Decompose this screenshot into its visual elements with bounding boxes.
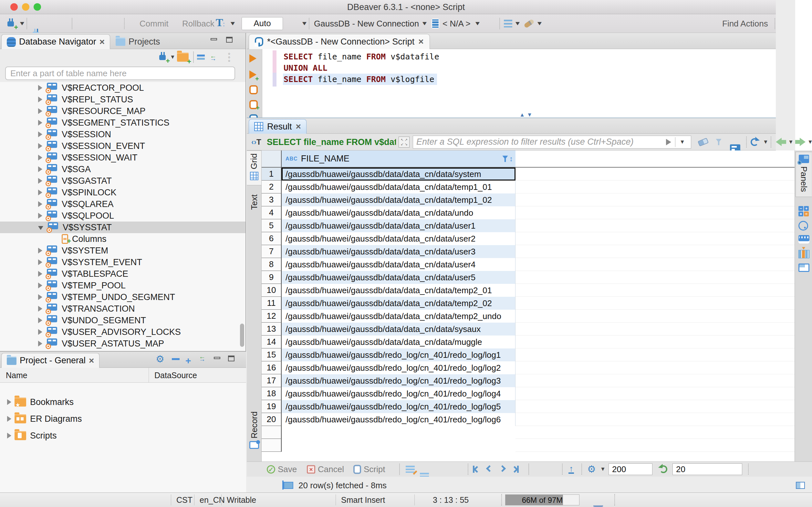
schema-selector[interactable]: < N/A > bbox=[442, 18, 471, 29]
filter-history-dropdown-icon[interactable]: ▼ bbox=[680, 139, 685, 145]
expand-all-icon[interactable]: + bbox=[185, 355, 191, 366]
column-sort-icon[interactable]: ↕ bbox=[509, 155, 513, 163]
export-result-icon[interactable]: ↑ bbox=[569, 465, 574, 474]
close-icon[interactable]: × bbox=[100, 38, 105, 46]
row-number[interactable]: 16 bbox=[262, 361, 282, 374]
sql-line-2[interactable]: UNION ALL bbox=[283, 62, 330, 74]
link-with-editor-icon[interactable]: ←→ bbox=[210, 54, 216, 61]
column-header-name[interactable]: Name bbox=[6, 371, 28, 380]
file-name-cell[interactable]: /gaussdb/huawei/gaussdb/data/data_cn/dat… bbox=[282, 168, 516, 180]
row-number[interactable]: 14 bbox=[262, 336, 282, 348]
file-name-cell[interactable]: /gaussdb/huawei/gaussdb/redo_log/cn_401/… bbox=[282, 348, 516, 361]
execute-script-icon[interactable] bbox=[249, 85, 258, 94]
expand-arrow-icon[interactable] bbox=[38, 85, 42, 91]
splitter-arrows-icon[interactable]: ▲▼ bbox=[520, 112, 534, 118]
expand-arrow-icon[interactable] bbox=[38, 341, 42, 346]
column-header-datasource[interactable]: DataSource bbox=[154, 371, 197, 380]
row-number[interactable]: 5 bbox=[262, 219, 282, 232]
expand-filter-icon[interactable]: ↖ ↗ ↙ ↘ bbox=[398, 136, 410, 148]
row-number[interactable]: 4 bbox=[262, 206, 282, 219]
row-number[interactable]: 19 bbox=[262, 400, 282, 413]
tree-item-v-temp-undo-segment[interactable]: V$TEMP_UNDO_SEGMENT bbox=[0, 291, 246, 303]
grouping-panel-icon[interactable] bbox=[799, 250, 809, 258]
expand-arrow-icon[interactable] bbox=[38, 155, 42, 161]
previous-dropdown-icon[interactable]: ▼ bbox=[788, 139, 794, 145]
tree-item-v-undo-segment[interactable]: V$UNDO_SEGMENT bbox=[0, 315, 246, 326]
expand-arrow-icon[interactable] bbox=[38, 143, 42, 149]
expand-arrow-icon[interactable] bbox=[38, 108, 42, 114]
row-number[interactable]: 15 bbox=[262, 348, 282, 361]
project-item-bookmarks[interactable]: Bookmarks bbox=[0, 394, 246, 410]
row-number[interactable]: 12 bbox=[262, 310, 282, 323]
file-name-cell[interactable]: /gaussdb/huawei/gaussdb/data/data_cn/dat… bbox=[282, 258, 516, 271]
tab-record[interactable]: Record bbox=[247, 409, 262, 451]
sql-line-3[interactable]: SELECT file_name FROM v$logfile bbox=[283, 74, 437, 85]
tree-item-columns[interactable]: Columns bbox=[0, 233, 246, 245]
tree-item-v-system-event[interactable]: V$SYSTEM_EVENT bbox=[0, 257, 246, 268]
expand-arrow-icon[interactable] bbox=[38, 189, 42, 195]
format-dropdown-icon[interactable]: ▼ bbox=[536, 20, 543, 27]
explain-plan-icon[interactable] bbox=[249, 114, 258, 118]
expand-arrow-icon[interactable] bbox=[38, 248, 42, 253]
tree-item-v-user-advisory-locks[interactable]: V$USER_ADVISORY_LOCKS bbox=[0, 326, 246, 338]
file-name-cell[interactable]: /gaussdb/huawei/gaussdb/redo_log/cn_401/… bbox=[282, 361, 516, 374]
next-row-button[interactable] bbox=[500, 466, 505, 472]
file-name-cell[interactable]: /gaussdb/huawei/gaussdb/data/data_cn/dat… bbox=[282, 232, 516, 245]
tab-grid[interactable]: Grid bbox=[247, 151, 262, 185]
gear-icon[interactable]: ⚙ bbox=[156, 354, 164, 364]
minimize-panel-button[interactable] bbox=[214, 357, 220, 359]
tree-item-v-spinlock[interactable]: V$SPINLOCK bbox=[0, 187, 246, 198]
row-number[interactable]: 1 bbox=[262, 168, 282, 180]
close-icon[interactable]: × bbox=[296, 123, 301, 130]
next-dropdown-icon[interactable]: ▼ bbox=[808, 139, 812, 145]
expand-arrow-icon[interactable] bbox=[38, 201, 42, 207]
expand-arrow-icon[interactable] bbox=[38, 271, 42, 277]
expand-arrow-icon[interactable] bbox=[38, 120, 42, 126]
column-header-file-name[interactable]: ABC FILE_NAME ↕ bbox=[282, 151, 516, 167]
file-name-cell[interactable]: /gaussdb/huawei/gaussdb/redo_log/cn_401/… bbox=[282, 413, 516, 426]
expand-arrow-icon[interactable] bbox=[7, 416, 11, 422]
tree-item-v-session[interactable]: V$SESSION bbox=[0, 128, 246, 140]
view-menu-icon[interactable]: ○ ○ ○ bbox=[228, 52, 230, 63]
refresh-dropdown-icon[interactable]: ▼ bbox=[763, 139, 768, 145]
row-number[interactable]: 11 bbox=[262, 297, 282, 310]
tree-item-v-repl-status[interactable]: V$REPL_STATUS bbox=[0, 94, 246, 105]
tree-item-v-transaction[interactable]: V$TRANSACTION bbox=[0, 303, 246, 315]
expand-arrow-icon[interactable] bbox=[38, 294, 42, 300]
file-name-cell[interactable]: /gaussdb/huawei/gaussdb/redo_log/cn_401/… bbox=[282, 387, 516, 400]
column-filter-icon[interactable] bbox=[502, 156, 508, 162]
file-name-cell[interactable]: /gaussdb/huawei/gaussdb/data/data_cn/dat… bbox=[282, 193, 516, 206]
filter-expression-input[interactable] bbox=[416, 136, 662, 148]
refresh-interval-input[interactable]: 20 bbox=[672, 463, 742, 475]
tab-project-general[interactable]: Project - General × bbox=[1, 353, 100, 368]
tab-projects[interactable]: Projects bbox=[110, 34, 165, 49]
file-name-cell[interactable]: /gaussdb/huawei/gaussdb/data/data_cn/dat… bbox=[282, 284, 516, 297]
result-settings-gear-icon[interactable]: ⚙ bbox=[587, 464, 596, 474]
row-number[interactable]: 6 bbox=[262, 232, 282, 245]
file-name-cell[interactable]: /gaussdb/huawei/gaussdb/redo_log/cn_401/… bbox=[282, 374, 516, 387]
transaction-dropdown-icon[interactable]: ▼ bbox=[229, 20, 236, 27]
row-number[interactable]: 17 bbox=[262, 374, 282, 387]
first-row-button[interactable] bbox=[473, 466, 479, 473]
file-name-cell[interactable]: /gaussdb/huawei/gaussdb/data/data_cn/dat… bbox=[282, 245, 516, 258]
writable-indicator[interactable]: Writable bbox=[227, 495, 256, 505]
tree-item-v-session-event[interactable]: V$SESSION_EVENT bbox=[0, 140, 246, 152]
expand-arrow-icon[interactable] bbox=[38, 131, 42, 137]
collapse-all-icon[interactable] bbox=[172, 358, 179, 360]
expand-arrow-icon[interactable] bbox=[7, 433, 11, 439]
tree-item-v-user-astatus-map[interactable]: V$USER_ASTATUS_MAP bbox=[0, 338, 246, 349]
tree-item-v-temp-pool[interactable]: V$TEMP_POOL bbox=[0, 280, 246, 291]
output-list-icon[interactable] bbox=[504, 20, 512, 27]
link-with-editor-icon[interactable]: ←→ bbox=[199, 354, 205, 361]
row-number[interactable]: 2 bbox=[262, 180, 282, 193]
expand-arrow-icon[interactable] bbox=[38, 283, 42, 288]
tree-item-v-sqlarea[interactable]: V$SQLAREA bbox=[0, 198, 246, 210]
maximize-panel-button[interactable] bbox=[226, 37, 232, 43]
references-panel-icon[interactable] bbox=[799, 264, 809, 272]
maximize-panel-button[interactable] bbox=[228, 355, 234, 361]
edit-row-icon[interactable] bbox=[406, 466, 415, 473]
tree-item-v-resource-map[interactable]: V$RESOURCE_MAP bbox=[0, 105, 246, 117]
tree-item-v-reactor-pool[interactable]: V$REACTOR_POOL bbox=[0, 82, 246, 94]
file-name-cell[interactable]: /gaussdb/huawei/gaussdb/data/data_cn/dat… bbox=[282, 323, 516, 336]
sql-editor[interactable]: SELECT file_name FROM v$datafileUNION AL… bbox=[247, 49, 812, 118]
